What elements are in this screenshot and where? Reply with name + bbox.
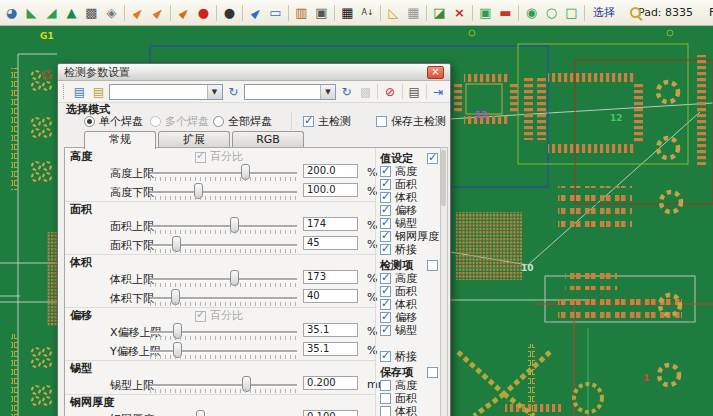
- value-input[interactable]: 35.1: [303, 342, 358, 356]
- item-checkbox[interactable]: [380, 218, 391, 229]
- dialog-titlebar[interactable]: 检测参数设置 ×: [58, 64, 450, 81]
- sort-az-icon[interactable]: A↓: [358, 3, 377, 22]
- slider-track[interactable]: [150, 350, 297, 352]
- value-input[interactable]: 173: [303, 270, 358, 284]
- checkbox-icon[interactable]: [376, 116, 387, 127]
- ruler-icon[interactable]: ◺: [384, 3, 403, 22]
- item-checkbox[interactable]: [380, 166, 391, 177]
- slider-thumb[interactable]: [196, 410, 205, 416]
- item-checkbox[interactable]: [380, 273, 391, 284]
- checkbox-icon[interactable]: [303, 116, 314, 127]
- radio-all-pads[interactable]: 全部焊盘: [213, 114, 272, 128]
- param-set-combo[interactable]: ▼: [109, 84, 222, 100]
- item-checkbox[interactable]: [380, 231, 391, 242]
- value-input[interactable]: 0.100: [303, 410, 358, 416]
- param-section: 锡型锡型上限0.200mm: [65, 360, 375, 394]
- item-checkbox[interactable]: [380, 312, 391, 323]
- slider-track[interactable]: [150, 244, 297, 246]
- grid-icon[interactable]: ▦: [404, 3, 423, 22]
- radio-multi-pad[interactable]: 多个焊盘: [150, 114, 209, 128]
- load-inspection-icon[interactable]: ▤: [71, 83, 88, 101]
- panel-scrollbar[interactable]: [440, 147, 448, 416]
- group-checkbox[interactable]: [427, 367, 438, 378]
- save-params-icon[interactable]: ▤: [406, 83, 423, 101]
- load-library-icon[interactable]: ▤: [90, 83, 107, 101]
- surface-view-icon[interactable]: ◣: [22, 3, 41, 22]
- marker-orange-2-icon[interactable]: ►: [144, 0, 171, 26]
- percent-checkbox[interactable]: [195, 152, 206, 163]
- array-table-icon[interactable]: ▥: [292, 3, 311, 22]
- item-checkbox[interactable]: [380, 192, 391, 203]
- slider-track[interactable]: [150, 331, 297, 333]
- item-checkbox[interactable]: [380, 380, 391, 391]
- stop-red-icon[interactable]: ▬: [496, 3, 515, 22]
- prism-view-icon[interactable]: ▲: [62, 3, 81, 22]
- percent-checkbox[interactable]: [195, 311, 206, 322]
- item-checkbox[interactable]: [380, 205, 391, 216]
- circle-tool-icon[interactable]: ○: [542, 3, 561, 22]
- item-checkbox[interactable]: [380, 244, 391, 255]
- radio-icon[interactable]: [213, 116, 224, 127]
- group-checkbox[interactable]: [427, 260, 438, 271]
- slider-track[interactable]: [150, 225, 297, 227]
- profile-view-icon[interactable]: ◢: [42, 3, 61, 22]
- marker-orange-3-icon[interactable]: ►: [170, 0, 197, 26]
- scrollbar-thumb[interactable]: [441, 150, 446, 206]
- tools-icon[interactable]: ◈: [102, 3, 121, 22]
- view-partial-icon[interactable]: ◕: [2, 3, 21, 22]
- record-icon[interactable]: ◉: [522, 3, 541, 22]
- check-item: 桥接: [376, 350, 441, 363]
- value-input[interactable]: 100.0: [303, 183, 358, 197]
- slider-track[interactable]: [150, 172, 297, 174]
- value-input[interactable]: 174: [303, 217, 358, 231]
- pin-dark-icon[interactable]: ●: [220, 3, 239, 22]
- section-title: 面积: [70, 203, 92, 216]
- slider-track[interactable]: [150, 384, 297, 386]
- chevron-down-icon[interactable]: ▼: [320, 85, 335, 99]
- camera-icon[interactable]: ▣: [312, 3, 331, 22]
- apply-library-icon[interactable]: ↻: [338, 83, 355, 101]
- section-header: 钢网厚度: [65, 397, 375, 409]
- save-main-detect-checkbox[interactable]: 保存主检测: [376, 114, 446, 128]
- item-checkbox[interactable]: [380, 286, 391, 297]
- slider-track[interactable]: [150, 191, 297, 193]
- apply-param-set-icon[interactable]: ↻: [225, 83, 242, 101]
- disable-icon[interactable]: ⊘: [381, 83, 398, 101]
- slider-track[interactable]: [150, 278, 297, 280]
- exit-dialog-icon[interactable]: ⇥: [430, 83, 447, 101]
- item-checkbox[interactable]: [380, 393, 391, 404]
- close-button[interactable]: ×: [427, 66, 444, 79]
- marker-blue-icon[interactable]: ►: [242, 0, 269, 26]
- group-checkbox[interactable]: [427, 153, 438, 164]
- image-view-icon[interactable]: ▩: [82, 3, 101, 22]
- item-checkbox[interactable]: [380, 325, 391, 336]
- slider-track[interactable]: [150, 297, 297, 299]
- main-detect-checkbox[interactable]: 主检测: [303, 114, 351, 128]
- chevron-down-icon[interactable]: ▼: [207, 85, 222, 99]
- confirm-green-icon[interactable]: ▣: [476, 3, 495, 22]
- radio-single-pad[interactable]: 单个焊盘: [84, 114, 143, 128]
- slider-ticks: [150, 249, 297, 253]
- value-input[interactable]: 35.1: [303, 323, 358, 337]
- item-checkbox[interactable]: [380, 351, 391, 362]
- value-input[interactable]: 45: [303, 236, 358, 250]
- tab-general[interactable]: 常规: [84, 131, 156, 149]
- delete-icon[interactable]: ×: [450, 3, 469, 22]
- radio-icon[interactable]: [150, 116, 161, 127]
- tab-rgb[interactable]: RGB: [232, 131, 304, 147]
- item-checkbox[interactable]: [380, 406, 391, 416]
- value-input[interactable]: 40: [303, 289, 358, 303]
- item-label: 桥接: [395, 242, 417, 257]
- library-combo[interactable]: ▼: [244, 84, 336, 100]
- chart-edit-icon[interactable]: ◪: [430, 3, 449, 22]
- value-input[interactable]: 0.200: [303, 376, 358, 390]
- square-tool-icon[interactable]: □: [562, 3, 581, 22]
- value-input[interactable]: 200.0: [303, 164, 358, 178]
- tab-extended[interactable]: 扩展: [158, 131, 230, 147]
- pad-matrix-icon[interactable]: ▦: [338, 3, 357, 22]
- item-checkbox[interactable]: [380, 179, 391, 190]
- item-checkbox[interactable]: [380, 299, 391, 310]
- radio-icon[interactable]: [84, 116, 95, 127]
- statistics-icon[interactable]: ▩: [357, 83, 374, 101]
- select-button[interactable]: 选择: [588, 5, 620, 20]
